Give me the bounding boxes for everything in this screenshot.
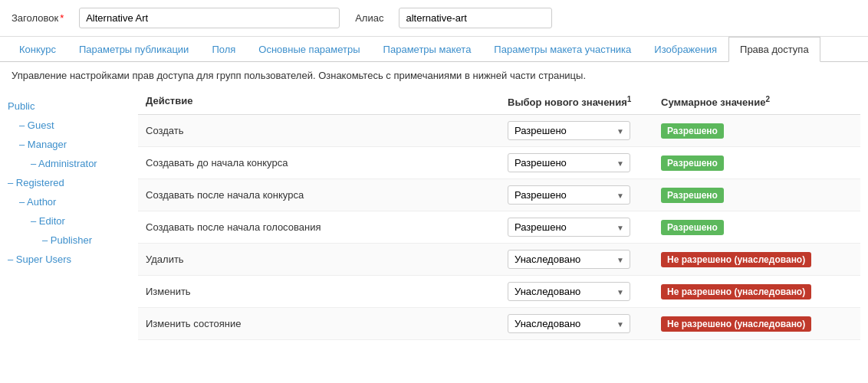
select-wrapper: РазрешеноЗапрещеноУнаследовано ▼ — [508, 121, 630, 140]
title-label: Заголовок* — [12, 12, 64, 24]
new-value-select[interactable]: УнаследованоРазрешеноЗапрещено — [508, 250, 630, 269]
select-cell: РазрешеноЗапрещеноУнаследовано ▼ — [508, 218, 661, 237]
select-cell: РазрешеноЗапрещеноУнаследовано ▼ — [508, 153, 661, 172]
action-label: Создавать до начала конкурса — [146, 157, 508, 169]
tab-publication[interactable]: Параметры публикации — [67, 37, 200, 61]
tabs-bar: Конкурс Параметры публикации Поля Основн… — [0, 37, 868, 62]
status-badge: Не разрешено (унаследовано) — [661, 316, 811, 332]
new-value-select[interactable]: РазрешеноЗапрещеноУнаследовано — [508, 121, 630, 140]
select-wrapper: УнаследованоРазрешеноЗапрещено ▼ — [508, 314, 630, 333]
tab-layout-participant[interactable]: Параметры макета участника — [482, 37, 643, 61]
tab-konkurs[interactable]: Конкурс — [8, 37, 67, 61]
col-action-header: Действие — [146, 95, 508, 108]
table-row: Создать РазрешеноЗапрещеноУнаследовано ▼… — [138, 115, 860, 147]
status-badge: Разрешено — [661, 188, 724, 203]
required-mark: * — [60, 12, 64, 24]
table-header: Действие Выбор нового значения1 Суммарно… — [138, 89, 860, 115]
status-badge: Не разрешено (унаследовано) — [661, 284, 811, 300]
tab-layout[interactable]: Параметры макета — [372, 37, 483, 61]
select-wrapper: РазрешеноЗапрещеноУнаследовано ▼ — [508, 153, 630, 172]
badge-cell: Разрешено — [661, 123, 853, 139]
badge-cell: Не разрешено (унаследовано) — [661, 284, 853, 300]
action-label: Создать — [146, 125, 508, 136]
table-row: Изменить состояние УнаследованоРазрешено… — [138, 308, 860, 340]
select-cell: РазрешеноЗапрещеноУнаследовано ▼ — [508, 185, 661, 205]
sidebar-item-publisher[interactable]: – Publisher — [8, 231, 138, 250]
action-label: Изменить — [146, 286, 508, 297]
alias-label: Алиас — [355, 12, 383, 24]
sidebar: Public – Guest – Manager – Administrator… — [8, 89, 138, 340]
top-bar: Заголовок* Алиас — [0, 0, 868, 37]
status-badge: Разрешено — [661, 155, 724, 171]
page-description: Управление настройками прав доступа для … — [0, 62, 868, 89]
new-value-select[interactable]: РазрешеноЗапрещеноУнаследовано — [508, 218, 630, 237]
tab-basic[interactable]: Основные параметры — [247, 37, 371, 61]
select-wrapper: РазрешеноЗапрещеноУнаследовано ▼ — [508, 218, 630, 237]
title-input[interactable] — [79, 8, 340, 28]
select-wrapper: РазрешеноЗапрещеноУнаследовано ▼ — [508, 185, 630, 205]
table-row: Создавать после начала конкурса Разрешен… — [138, 179, 860, 211]
badge-cell: Разрешено — [661, 155, 853, 171]
status-badge: Разрешено — [661, 220, 724, 235]
permissions-table: Действие Выбор нового значения1 Суммарно… — [138, 89, 860, 340]
select-wrapper: УнаследованоРазрешеноЗапрещено ▼ — [508, 282, 630, 301]
sidebar-item-guest[interactable]: – Guest — [8, 116, 138, 135]
sidebar-item-superusers[interactable]: – Super Users — [8, 250, 138, 269]
select-cell: УнаследованоРазрешеноЗапрещено ▼ — [508, 314, 661, 333]
sidebar-item-administrator[interactable]: – Administrator — [8, 154, 138, 173]
tab-fields[interactable]: Поля — [200, 37, 247, 61]
select-wrapper: УнаследованоРазрешеноЗапрещено ▼ — [508, 250, 630, 269]
alias-input[interactable] — [399, 8, 552, 28]
content-area: Public – Guest – Manager – Administrator… — [0, 89, 868, 340]
tab-access[interactable]: Права доступа — [728, 37, 820, 62]
table-row: Изменить УнаследованоРазрешеноЗапрещено … — [138, 276, 860, 308]
col-summary-header: Суммарное значение2 — [661, 95, 853, 108]
status-badge: Не разрешено (унаследовано) — [661, 252, 811, 267]
new-value-select[interactable]: РазрешеноЗапрещеноУнаследовано — [508, 185, 630, 205]
table-row: Создавать до начала конкурса РазрешеноЗа… — [138, 147, 860, 179]
badge-cell: Разрешено — [661, 220, 853, 235]
new-value-select[interactable]: УнаследованоРазрешеноЗапрещено — [508, 314, 630, 333]
badge-cell: Разрешено — [661, 188, 853, 203]
badge-cell: Не разрешено (унаследовано) — [661, 316, 853, 332]
select-cell: УнаследованоРазрешеноЗапрещено ▼ — [508, 250, 661, 269]
action-label: Удалить — [146, 254, 508, 265]
sidebar-item-editor[interactable]: – Editor — [8, 211, 138, 231]
col-new-value-header: Выбор нового значения1 — [508, 95, 661, 108]
action-label: Создавать после начала конкурса — [146, 189, 508, 201]
sidebar-item-public[interactable]: Public — [8, 97, 138, 116]
select-cell: РазрешеноЗапрещеноУнаследовано ▼ — [508, 121, 661, 140]
badge-cell: Не разрешено (унаследовано) — [661, 252, 853, 267]
status-badge: Разрешено — [661, 123, 724, 139]
sidebar-item-author[interactable]: – Author — [8, 192, 138, 211]
table-row: Создавать после начала голосования Разре… — [138, 211, 860, 244]
new-value-select[interactable]: РазрешеноЗапрещеноУнаследовано — [508, 153, 630, 172]
table-row: Удалить УнаследованоРазрешеноЗапрещено ▼… — [138, 244, 860, 276]
action-label: Изменить состояние — [146, 318, 508, 329]
sidebar-item-registered[interactable]: – Registered — [8, 173, 138, 192]
sidebar-item-manager[interactable]: – Manager — [8, 135, 138, 154]
select-cell: УнаследованоРазрешеноЗапрещено ▼ — [508, 282, 661, 301]
action-label: Создавать после начала голосования — [146, 221, 508, 233]
tab-images[interactable]: Изображения — [643, 37, 728, 61]
new-value-select[interactable]: УнаследованоРазрешеноЗапрещено — [508, 282, 630, 301]
